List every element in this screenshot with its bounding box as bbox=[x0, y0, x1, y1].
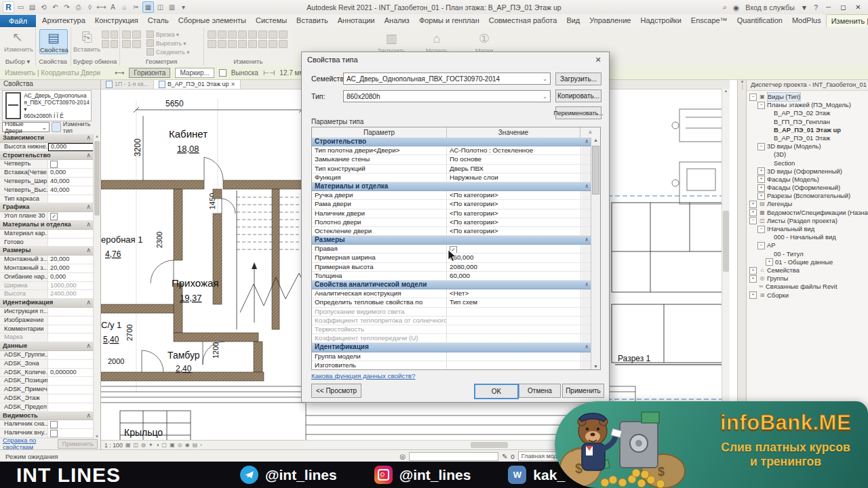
tree-item[interactable]: +Фасады (Оформленный) bbox=[747, 184, 868, 192]
param-row[interactable]: Аналитическая конструкция<Нет> bbox=[312, 289, 591, 298]
property-row[interactable]: Четверть_Выс...40,000 bbox=[0, 186, 94, 195]
property-value[interactable]: ✓ bbox=[48, 212, 94, 220]
param-row-button[interactable] bbox=[581, 227, 591, 235]
tree-item[interactable]: +⌂Семейства bbox=[747, 266, 868, 274]
property-row[interactable]: Угол плане 30✓ bbox=[0, 212, 94, 221]
property-value[interactable] bbox=[48, 360, 94, 368]
expand-icon[interactable]: ‹ bbox=[200, 442, 202, 448]
param-row-button[interactable] bbox=[581, 146, 591, 155]
param-value[interactable] bbox=[447, 317, 581, 325]
param-value[interactable]: <Нет> bbox=[447, 289, 581, 298]
dialog-help-link[interactable]: Какова функция данных свойств? bbox=[311, 372, 416, 380]
param-row-button[interactable] bbox=[581, 352, 591, 361]
modify-tool-icon[interactable] bbox=[269, 40, 277, 48]
close-view-icon[interactable]: ✕ bbox=[231, 81, 235, 87]
leader-checkbox[interactable] bbox=[219, 69, 226, 77]
offset-value[interactable]: 12.7 мм bbox=[279, 69, 304, 77]
element-selector[interactable]: Новые Двери⌄ bbox=[2, 122, 50, 132]
property-value[interactable]: 1000,000 bbox=[48, 282, 94, 290]
property-row[interactable]: Инструкция п... bbox=[0, 308, 94, 317]
temp-props-icon[interactable]: ▤ bbox=[193, 442, 198, 448]
open-icon[interactable]: ▭ bbox=[16, 2, 26, 12]
palette-scrollbar[interactable]: ▲ ▼ bbox=[93, 134, 100, 439]
tree-item[interactable]: ∞Связанные файлы Revit bbox=[747, 283, 868, 291]
property-row[interactable]: Изображение bbox=[0, 317, 94, 325]
param-row-button[interactable] bbox=[581, 191, 591, 199]
param-value[interactable] bbox=[447, 352, 581, 361]
palette-title[interactable]: Свойства bbox=[0, 79, 100, 89]
property-value[interactable] bbox=[48, 351, 94, 359]
rename-button[interactable]: Переименовать... bbox=[555, 106, 601, 119]
modify-tool-icon[interactable] bbox=[228, 40, 237, 48]
type-dropdown[interactable]: 860x2080h⌄ bbox=[343, 90, 551, 102]
expander-icon[interactable]: − bbox=[749, 217, 757, 224]
param-value[interactable]: <По категории> bbox=[447, 191, 581, 199]
modify-tool-icon[interactable] bbox=[269, 30, 277, 39]
property-value[interactable]: 0,000000 bbox=[48, 369, 94, 377]
modify-tool-icon[interactable] bbox=[208, 30, 216, 39]
modify-tool-icon[interactable] bbox=[208, 40, 216, 48]
param-row[interactable]: Тип полотна двери<Двери>АС-Полотно : Ост… bbox=[312, 146, 591, 155]
property-value[interactable] bbox=[48, 420, 94, 428]
ribbon-tab[interactable]: Анализ bbox=[380, 14, 414, 27]
property-value[interactable]: 0,000 bbox=[48, 273, 94, 281]
expander-icon[interactable]: − bbox=[757, 143, 765, 150]
close-button[interactable]: ✕ bbox=[854, 3, 863, 11]
property-value[interactable] bbox=[48, 394, 94, 403]
tree-item[interactable]: +Фасады (Модель) bbox=[747, 176, 868, 184]
save-icon[interactable]: ▤ bbox=[27, 2, 37, 12]
param-row-button[interactable] bbox=[581, 165, 591, 173]
tree-item[interactable]: 000 - Начальный вид bbox=[747, 233, 868, 241]
scale-value[interactable]: 1 : 100 bbox=[104, 442, 123, 449]
property-row[interactable]: Высота нижне...0,000 bbox=[0, 143, 94, 152]
param-row[interactable]: Пропускание видимого света bbox=[312, 308, 591, 317]
param-row[interactable]: Коэффициент теплопритока от солнечного и… bbox=[312, 317, 591, 325]
redo-icon[interactable]: ↷ bbox=[62, 2, 72, 12]
param-value[interactable]: <По категории> bbox=[447, 218, 581, 226]
property-value[interactable] bbox=[48, 377, 94, 385]
modify-tool-icon[interactable] bbox=[218, 30, 226, 39]
palette-group-header[interactable]: Размеры∧ bbox=[0, 247, 94, 256]
tree-item[interactable]: Section bbox=[747, 159, 868, 167]
close-hidden-icon[interactable]: ▥ bbox=[167, 2, 177, 12]
param-row[interactable]: Остекление двери<По категории> bbox=[312, 227, 591, 236]
edit-type-icon[interactable] bbox=[52, 122, 61, 132]
property-value[interactable] bbox=[48, 386, 94, 394]
property-value[interactable]: 0,000 bbox=[48, 169, 94, 177]
ribbon-tab[interactable]: Enscape™ bbox=[686, 14, 732, 27]
paste-button[interactable]: ⎘ Вставить bbox=[73, 29, 100, 53]
print-icon[interactable]: ⎙ bbox=[73, 2, 83, 12]
expander-icon[interactable]: + bbox=[749, 209, 757, 216]
tree-item[interactable]: −◫Листы (Раздел проекта) bbox=[747, 217, 868, 225]
param-row-button[interactable] bbox=[581, 317, 591, 325]
param-row-button[interactable] bbox=[581, 308, 591, 316]
property-value[interactable] bbox=[48, 429, 94, 437]
param-row[interactable]: Изготовитель bbox=[312, 361, 591, 369]
section-icon[interactable]: ✂ bbox=[131, 2, 141, 12]
text-icon[interactable]: A bbox=[108, 2, 118, 12]
panel-label-select[interactable]: Выбор ▾ bbox=[0, 58, 35, 65]
property-row[interactable]: Марка bbox=[0, 333, 94, 342]
ribbon-tab[interactable]: Конструкция bbox=[90, 14, 143, 27]
tree-item[interactable]: +▤Легенды bbox=[747, 200, 868, 208]
sun-path-icon[interactable]: ✦ bbox=[149, 442, 153, 448]
ribbon-tab[interactable]: Надстройки bbox=[635, 14, 686, 27]
param-value[interactable]: <По категории> bbox=[447, 209, 581, 218]
geometry-tool-icon[interactable] bbox=[132, 40, 141, 48]
param-group-header[interactable]: Свойства аналитической модели∧ bbox=[312, 281, 591, 289]
expander-icon[interactable]: − bbox=[757, 242, 765, 249]
checkbox[interactable] bbox=[50, 430, 58, 437]
minimize-button[interactable]: ─ bbox=[824, 3, 833, 11]
property-row[interactable]: ADSK_Примеч... bbox=[0, 386, 94, 394]
param-row-button[interactable] bbox=[581, 245, 591, 253]
tree-item[interactable]: В_АР_ПЭ_01 Этаж bbox=[747, 134, 868, 142]
file-tab[interactable]: Файл bbox=[0, 15, 36, 27]
param-value[interactable] bbox=[447, 334, 581, 342]
editable-only-icon[interactable]: ✎ bbox=[502, 453, 507, 460]
palette-group-header[interactable]: Строительство∧ bbox=[0, 152, 94, 161]
property-row[interactable]: Материал кар... bbox=[0, 230, 94, 239]
expander-icon[interactable]: + bbox=[757, 167, 765, 175]
property-value[interactable] bbox=[48, 333, 94, 342]
checkbox[interactable]: ✓ bbox=[50, 213, 58, 220]
tree-item[interactable]: +3D виды (Оформленный) bbox=[747, 167, 868, 176]
